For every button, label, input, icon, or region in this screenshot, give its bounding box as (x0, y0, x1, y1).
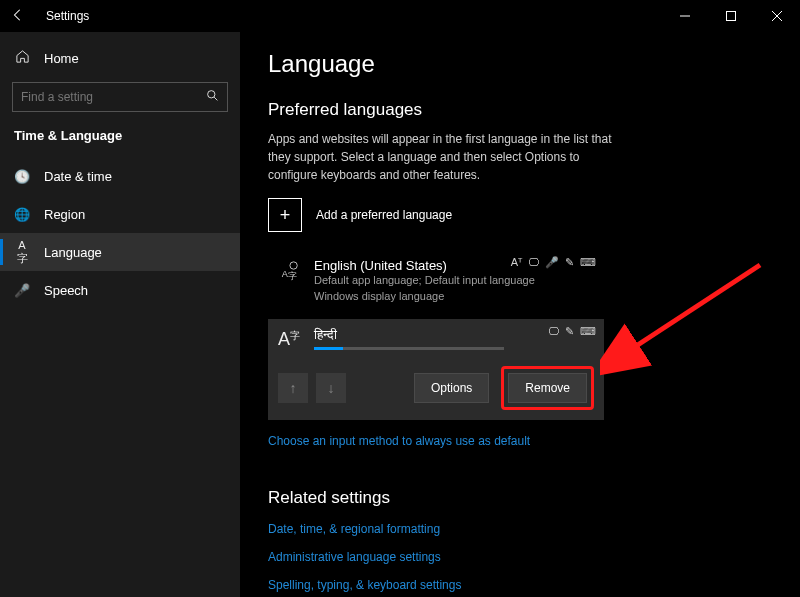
language-subtext: Default app language; Default input lang… (314, 273, 594, 305)
back-button[interactable] (6, 8, 30, 25)
move-down-button[interactable]: ↓ (316, 373, 346, 403)
category-heading: Time & Language (0, 124, 240, 157)
home-label: Home (44, 51, 79, 66)
handwriting-icon: ✎ (565, 256, 574, 269)
nav-label: Date & time (44, 169, 112, 184)
maximize-button[interactable] (708, 0, 754, 32)
nav-label: Speech (44, 283, 88, 298)
globe-icon: 🌐 (14, 207, 30, 222)
speech-icon: 🎤 (545, 256, 559, 269)
add-language-row[interactable]: + Add a preferred language (268, 198, 772, 232)
add-language-label: Add a preferred language (316, 208, 452, 222)
home-icon (14, 49, 30, 67)
install-progress (314, 347, 504, 350)
options-button[interactable]: Options (414, 373, 489, 403)
language-glyph-icon: A字 (276, 327, 302, 350)
input-method-link[interactable]: Choose an input method to always use as … (268, 434, 772, 448)
text-to-speech-icon: Aᵀ (511, 256, 522, 269)
preferred-languages-desc: Apps and websites will appear in the fir… (268, 130, 628, 184)
minimize-button[interactable] (662, 0, 708, 32)
sidebar: Home Time & Language 🕓 Date & time 🌐 Reg… (0, 32, 240, 597)
language-icon: A字 (14, 239, 30, 266)
plus-icon: + (268, 198, 302, 232)
language-glyph-icon: A字 (276, 258, 302, 305)
keyboard-icon: ⌨ (580, 325, 596, 338)
language-item-hindi-selected[interactable]: A字 हिन्दी 🖵 ✎ ⌨ ↑ ↓ Options (268, 319, 604, 420)
window-title: Settings (46, 9, 89, 23)
svg-rect-1 (727, 12, 736, 21)
language-feature-icons: 🖵 ✎ ⌨ (548, 325, 596, 338)
language-feature-icons: Aᵀ 🖵 🎤 ✎ ⌨ (511, 256, 596, 269)
nav-speech[interactable]: 🎤 Speech (0, 271, 240, 309)
svg-point-6 (290, 262, 297, 269)
home-nav[interactable]: Home (0, 40, 240, 76)
search-input[interactable] (21, 90, 206, 104)
titlebar: Settings (0, 0, 800, 32)
display-icon: 🖵 (528, 256, 539, 269)
svg-text:字: 字 (288, 271, 297, 281)
nav-region[interactable]: 🌐 Region (0, 195, 240, 233)
related-link-date-time[interactable]: Date, time, & regional formatting (268, 522, 772, 536)
handwriting-icon: ✎ (565, 325, 574, 338)
nav-language[interactable]: A字 Language (0, 233, 240, 271)
nav-label: Region (44, 207, 85, 222)
close-button[interactable] (754, 0, 800, 32)
keyboard-icon: ⌨ (580, 256, 596, 269)
related-settings-heading: Related settings (268, 488, 772, 508)
display-icon: 🖵 (548, 325, 559, 338)
language-item-english[interactable]: A字 English (United States) Default app l… (268, 250, 604, 313)
content-pane: Language Preferred languages Apps and we… (240, 32, 800, 597)
nav-label: Language (44, 245, 102, 260)
page-title: Language (268, 50, 772, 78)
svg-line-5 (214, 97, 217, 100)
related-link-admin-lang[interactable]: Administrative language settings (268, 550, 772, 564)
clock-icon: 🕓 (14, 169, 30, 184)
search-icon (206, 89, 219, 105)
remove-button-highlight: Remove (501, 366, 594, 410)
remove-button[interactable]: Remove (508, 373, 587, 403)
search-box[interactable] (12, 82, 228, 112)
move-up-button[interactable]: ↑ (278, 373, 308, 403)
related-link-spelling[interactable]: Spelling, typing, & keyboard settings (268, 578, 772, 592)
nav-date-time[interactable]: 🕓 Date & time (0, 157, 240, 195)
svg-point-4 (208, 91, 215, 98)
preferred-languages-heading: Preferred languages (268, 100, 772, 120)
microphone-icon: 🎤 (14, 283, 30, 298)
